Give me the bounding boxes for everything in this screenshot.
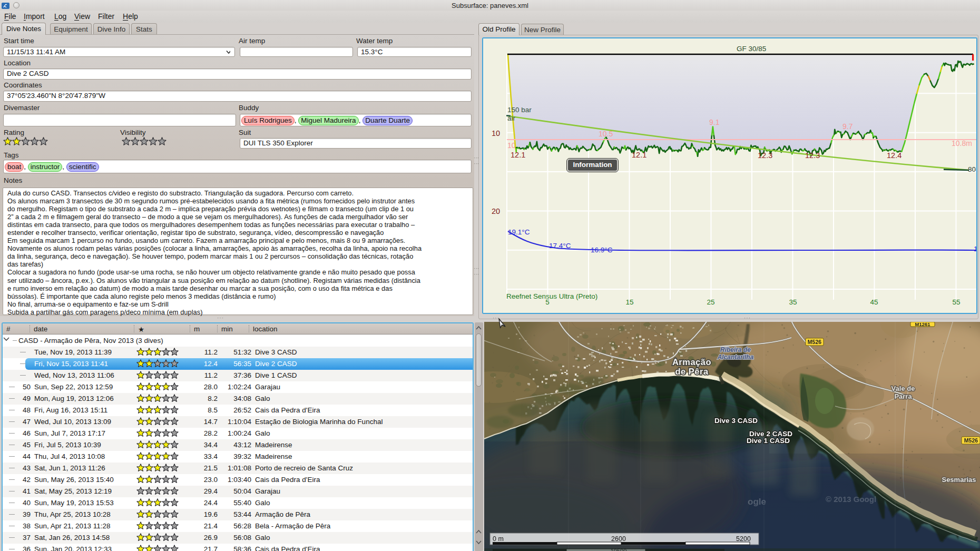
svg-text:35: 35 [789,298,797,306]
svg-text:Ribeira de: Ribeira de [720,346,751,353]
svg-text:M526: M526 [808,339,821,345]
svg-text:20: 20 [492,207,500,215]
svg-text:16: 16 [974,245,976,253]
svg-text:10.8m: 10.8m [952,139,972,147]
svg-text:Parra: Parra [894,392,912,400]
svg-text:55: 55 [952,298,960,306]
svg-text:12.3: 12.3 [758,151,772,160]
svg-text:12.1: 12.1 [511,151,525,159]
svg-text:25: 25 [707,298,714,306]
svg-text:9.1: 9.1 [709,118,720,126]
svg-text:Alcantarilha: Alcantarilha [717,353,754,361]
svg-text:9.7: 9.7 [842,122,853,131]
svg-text:0 m: 0 m [493,535,504,543]
svg-text:12.4: 12.4 [887,151,901,160]
svg-text:ogle: ogle [748,497,766,507]
svg-text:5200: 5200 [736,535,751,543]
svg-text:M1261: M1261 [915,322,930,327]
svg-text:Vale de: Vale de [891,385,915,392]
svg-text:de Pêra: de Pêra [675,367,708,376]
svg-text:19.1°C: 19.1°C [508,228,530,236]
svg-text:45: 45 [870,298,878,306]
svg-text:150 bar: 150 bar [507,106,532,114]
svg-text:© 2013 Googl: © 2013 Googl [826,495,876,504]
svg-text:air: air [507,114,516,122]
svg-text:10.5: 10.5 [599,130,613,138]
svg-text:M526: M526 [964,437,978,444]
svg-text:2600: 2600 [611,535,626,543]
svg-text:Armação: Armação [672,357,711,367]
svg-text:17.4°C: 17.4°C [549,242,571,250]
svg-text:15: 15 [625,298,633,306]
svg-text:16.9°C: 16.9°C [591,246,613,254]
svg-text:10: 10 [492,129,500,137]
svg-text:Reefnet Sensus Ultra (Preto): Reefnet Sensus Ultra (Preto) [506,292,597,300]
svg-text:12.1: 12.1 [632,151,646,159]
svg-text:Dive 1 CASD: Dive 1 CASD [747,437,790,445]
svg-text:80: 80 [968,165,976,173]
svg-text:Sesmarias: Sesmarias [942,476,976,484]
svg-text:Dive 3 CASD: Dive 3 CASD [714,417,758,425]
svg-text:GF 30/85: GF 30/85 [737,45,766,53]
svg-text:12.3: 12.3 [805,151,820,160]
